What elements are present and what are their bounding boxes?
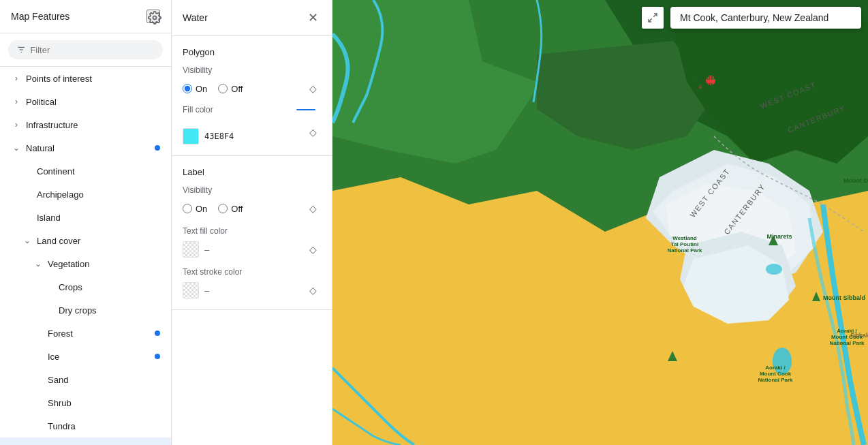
map-search-text: Mt Cook, Canterbury, New Zealand xyxy=(680,12,828,23)
sidebar-item-label: Dry crops xyxy=(59,305,97,316)
sidebar-item-political[interactable]: ›Political xyxy=(0,90,171,113)
chevron-right-icon: › xyxy=(11,96,22,107)
fill-color-input-row: 43E8F4 xyxy=(183,128,305,144)
sidebar-item-continent[interactable]: Continent xyxy=(0,159,171,183)
national-park-label-3: National Park xyxy=(758,377,793,383)
dash-line xyxy=(296,109,315,110)
minarets-label: Minarets xyxy=(766,233,792,240)
sidebar-item-archipelago[interactable]: Archipelago xyxy=(0,183,171,206)
sidebar: Map Features ›Points of interest›Politic… xyxy=(0,0,172,445)
fill-color-diamond-button[interactable]: ◇ xyxy=(305,124,321,140)
on-radio[interactable] xyxy=(183,84,192,93)
sidebar-item-label: Infrastructure xyxy=(26,120,78,130)
text-stroke-color-label: Text stroke color xyxy=(183,267,321,277)
franz-josef-label-2: Waiau xyxy=(695,81,713,88)
label-on-radio[interactable] xyxy=(183,204,192,213)
gear-button[interactable] xyxy=(146,10,160,23)
franz-josef-label: Franz Josef / xyxy=(685,74,723,81)
off-radio[interactable] xyxy=(218,84,228,93)
off-radio-label[interactable]: Off xyxy=(218,84,243,94)
chevron-down-icon: ⌄ xyxy=(33,258,44,269)
sidebar-header: Map Features xyxy=(0,0,171,33)
sidebar-item-label: Sand xyxy=(48,375,68,385)
filter-input[interactable] xyxy=(30,45,155,55)
sidebar-item-shrub[interactable]: Shrub xyxy=(0,391,171,414)
label-off-radio-label[interactable]: Off xyxy=(218,204,243,214)
sidebar-title: Map Features xyxy=(11,11,69,22)
map-area[interactable]: 6 WEST COAST CANTERBURY WEST COAST CANTE… xyxy=(332,0,868,445)
svg-line-31 xyxy=(649,18,652,22)
sidebar-item-label: Shrub xyxy=(48,398,72,408)
text-fill-diamond-button[interactable]: ◇ xyxy=(305,241,321,258)
svg-point-18 xyxy=(766,264,782,275)
sidebar-item-tundra[interactable]: Tundra xyxy=(0,414,171,438)
fill-color-label: Fill color xyxy=(183,105,213,114)
polygon-section: Polygon Visibility On Off ◇ Fill color xyxy=(172,36,332,156)
sidebar-item-water[interactable]: ›Water xyxy=(0,438,171,445)
national-park-label: National Park xyxy=(667,247,702,254)
feature-modified-dot xyxy=(155,354,160,359)
sidebar-item-infrastructure[interactable]: ›Infrastructure xyxy=(0,113,171,136)
mount-darchiac-label: Mount D'Archiac xyxy=(843,177,868,184)
label-off-radio[interactable] xyxy=(218,204,228,213)
color-swatch[interactable] xyxy=(183,128,199,144)
label-visibility-diamond-button[interactable]: ◇ xyxy=(305,200,321,217)
sidebar-item-island[interactable]: Island xyxy=(0,206,171,229)
sidebar-item-label: Crops xyxy=(59,282,82,292)
label-on-radio-label[interactable]: On xyxy=(183,204,207,214)
sidebar-list: ›Points of interest›Political›Infrastruc… xyxy=(0,67,171,445)
text-fill-color-section: Text fill color – ◇ xyxy=(183,226,321,258)
text-stroke-color-row: – xyxy=(183,282,305,298)
sidebar-item-crops[interactable]: Crops xyxy=(0,275,171,298)
westland-label: Westland xyxy=(672,235,697,241)
sidebar-item-land-cover[interactable]: ⌄Land cover xyxy=(0,229,171,252)
visibility-diamond-button[interactable]: ◇ xyxy=(305,80,321,97)
visibility-label: Visibility xyxy=(183,65,321,75)
sidebar-item-label: Forest xyxy=(48,328,73,339)
mount-cook-label-2: Mount Cook xyxy=(760,371,792,377)
expand-map-button[interactable] xyxy=(642,7,664,29)
tai-poutini-label: Tai Poutini xyxy=(671,241,698,247)
visibility-row: On Off xyxy=(183,84,243,94)
text-stroke-swatch[interactable] xyxy=(183,282,199,298)
feature-modified-dot xyxy=(155,145,160,151)
chevron-right-icon: › xyxy=(11,73,22,84)
filter-input-wrap xyxy=(8,40,163,59)
sidebar-item-label: Tundra xyxy=(48,421,76,431)
sidebar-item-natural[interactable]: ⌄Natural xyxy=(0,136,171,159)
text-stroke-color-section: Text stroke color – ◇ xyxy=(183,267,321,298)
fill-color-row: Fill color xyxy=(183,105,321,114)
panel-title: Water xyxy=(183,12,208,23)
label-section-title: Label xyxy=(183,167,321,177)
label-section: Label Visibility On Off ◇ Text fill colo… xyxy=(172,156,332,310)
sidebar-item-label: Ice xyxy=(48,352,59,362)
close-button[interactable]: ✕ xyxy=(305,10,321,26)
sidebar-item-dry-crops[interactable]: Dry crops xyxy=(0,298,171,322)
filter-icon xyxy=(16,44,26,55)
label-visibility-row: On Off xyxy=(183,204,243,214)
sidebar-item-vegetation[interactable]: ⌄Vegetation xyxy=(0,252,171,275)
sidebar-item-points-of-interest[interactable]: ›Points of interest xyxy=(0,67,171,90)
sidebar-item-label: Points of interest xyxy=(26,74,92,84)
label-visibility-label: Visibility xyxy=(183,185,321,195)
sidebar-item-label: Continent xyxy=(37,166,75,177)
sidebar-item-label: Archipelago xyxy=(37,189,84,200)
feature-panel: Water ✕ Polygon Visibility On Off ◇ Fill… xyxy=(172,0,332,445)
chevron-down-icon: ⌄ xyxy=(22,235,33,246)
text-fill-color-row: – xyxy=(183,241,305,258)
sidebar-item-forest[interactable]: Forest xyxy=(0,322,171,345)
sidebar-item-label: Natural xyxy=(26,143,55,153)
map-svg: 6 WEST COAST CANTERBURY WEST COAST CANTE… xyxy=(332,0,868,445)
map-search-bar: Mt Cook, Canterbury, New Zealand xyxy=(670,7,861,29)
text-fill-swatch[interactable] xyxy=(183,241,199,258)
sidebar-item-sand[interactable]: Sand xyxy=(0,368,171,391)
polygon-section-title: Polygon xyxy=(183,47,321,57)
svg-line-30 xyxy=(653,14,657,17)
sidebar-item-label: Land cover xyxy=(37,236,80,246)
sidebar-item-ice[interactable]: Ice xyxy=(0,345,171,368)
chevron-down-icon: ⌄ xyxy=(11,142,22,153)
on-radio-label[interactable]: On xyxy=(183,84,207,94)
text-stroke-diamond-button[interactable]: ◇ xyxy=(305,282,321,298)
mount-sibbald-label: Mount Sibbald xyxy=(823,294,865,301)
aoraki-label-2: Aoraki / xyxy=(765,365,786,371)
